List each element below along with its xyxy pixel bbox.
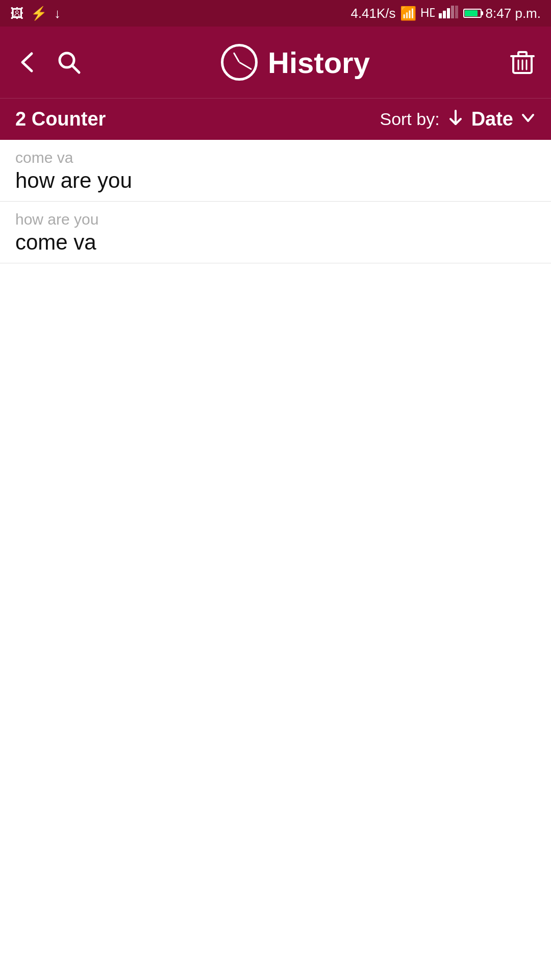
list-item[interactable]: come vahow are you	[0, 140, 551, 202]
item-primary-text: come va	[15, 230, 536, 255]
item-secondary-text: how are you	[15, 211, 536, 228]
sort-value: Date	[471, 108, 513, 130]
list-item[interactable]: how are youcome va	[0, 202, 551, 263]
sim-icon: HD	[420, 5, 435, 22]
item-primary-text: how are you	[15, 168, 536, 193]
svg-text:HD: HD	[420, 6, 435, 19]
item-secondary-text: come va	[15, 149, 536, 166]
svg-rect-1	[439, 13, 442, 18]
svg-line-7	[72, 65, 79, 72]
svg-rect-4	[451, 6, 454, 18]
delete-button[interactable]	[509, 49, 536, 76]
battery-container	[463, 6, 482, 21]
counter-label: 2 Counter	[15, 108, 380, 130]
image-icon: 🖼	[10, 6, 23, 21]
svg-rect-3	[447, 8, 450, 18]
sub-header: 2 Counter Sort by: Date	[0, 98, 551, 140]
header-center: History	[97, 44, 494, 81]
back-button[interactable]	[15, 50, 41, 75]
page-title: History	[268, 45, 370, 80]
history-list: come vahow are youhow are youcome va	[0, 140, 551, 980]
svg-rect-5	[455, 6, 458, 18]
search-button[interactable]	[56, 50, 82, 75]
svg-rect-2	[443, 11, 446, 18]
status-bar: 🖼 ⚡ ↓ 4.41K/s 📶 HD 8:47 p.m.	[0, 0, 551, 27]
svg-rect-10	[518, 52, 527, 56]
sort-section[interactable]: Sort by: Date	[380, 108, 536, 130]
download-icon: ↓	[54, 6, 61, 21]
network-speed: 4.41K/s	[350, 6, 395, 21]
app-header: History	[0, 27, 551, 98]
status-bar-left: 🖼 ⚡ ↓	[10, 6, 61, 21]
time-display: 8:47 p.m.	[486, 6, 541, 21]
clock-icon	[221, 44, 258, 81]
wifi-icon: 📶	[400, 6, 416, 21]
usb-icon: ⚡	[31, 6, 47, 21]
sort-direction-icon	[447, 109, 464, 130]
sort-dropdown-icon[interactable]	[520, 109, 536, 129]
sort-by-label: Sort by:	[380, 109, 439, 129]
status-bar-right: 4.41K/s 📶 HD 8:47 p.m.	[350, 5, 541, 22]
signal-icon	[439, 5, 459, 22]
